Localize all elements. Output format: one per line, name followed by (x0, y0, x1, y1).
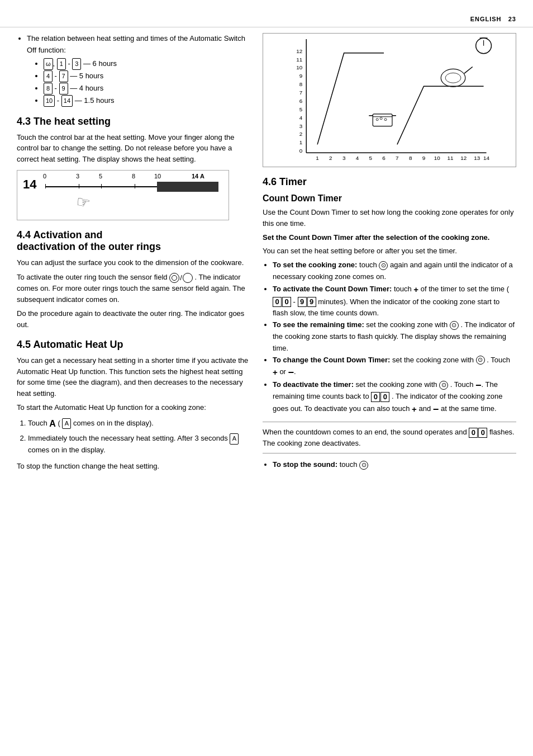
section-45-steps: Touch A ( A comes on in the display). Im… (17, 417, 251, 456)
digit-9b: 9 (307, 297, 316, 307)
bullet-5-bold: To deactivate the timer: (273, 380, 354, 389)
svg-text:14: 14 (483, 155, 490, 161)
svg-text:4: 4 (356, 155, 359, 161)
key-a-box2: A (230, 433, 239, 445)
sensor-field-icon: / (169, 272, 193, 284)
page: ENGLISH 23 The relation between heat set… (0, 0, 533, 756)
plus-icon-3: + (412, 403, 417, 416)
tick-3 (79, 184, 79, 188)
hours-item-4: 10 - 14 — 1.5 hours (44, 94, 251, 107)
page-number: 23 (508, 16, 516, 22)
digits-99: 99 (298, 297, 316, 307)
digits-00b: 00 (371, 392, 389, 402)
tick-0 (45, 184, 46, 188)
svg-text:5: 5 (299, 106, 303, 112)
plus-icon-1: + (413, 283, 418, 296)
svg-text:7: 7 (396, 155, 399, 161)
cooking-zone-icon-5: ⊙ (359, 461, 368, 470)
section-44-body2: To activate the outer ring touch the sen… (17, 272, 251, 305)
svg-text:11: 11 (448, 155, 454, 161)
scale-label-10: 10 (154, 173, 161, 179)
bullet-set-cooking-zone: To set the cooking zone: touch ⊙ again a… (273, 259, 516, 283)
key-10: 10 (44, 95, 55, 107)
svg-text:12: 12 (296, 48, 303, 54)
count-down-intro: Use the Count Down Timer to set how long… (263, 207, 516, 229)
svg-point-34 (380, 117, 382, 120)
cooking-zone-icon-4: ⊙ (439, 381, 448, 390)
left-column: The relation between heat setting and ti… (17, 33, 251, 475)
svg-point-37 (445, 73, 461, 83)
svg-point-35 (384, 119, 387, 121)
bullet-activate-countdown: To activate the Count Down Timer: touch … (273, 283, 516, 320)
scale-label-3: 3 (76, 173, 79, 179)
svg-text:9: 9 (422, 155, 426, 161)
graph-area: 0 1 2 3 4 5 6 7 8 9 10 11 12 1 2 3 (263, 33, 516, 167)
section-45-body3: To stop the function change the heat set… (17, 461, 251, 472)
svg-text:7: 7 (299, 89, 303, 96)
timer-section: Count Down Timer Use the Count Down Time… (263, 193, 516, 471)
hd-filled-block (157, 182, 218, 192)
hours-item-3: 8 - 9 — 4 hours (44, 82, 251, 94)
scale-label-5: 5 (99, 173, 102, 179)
bullet-4-bold: To change the Count Down Timer: (273, 356, 390, 364)
section-45-number: 4.5 (17, 339, 31, 350)
heat-diagram: 14 (17, 170, 229, 220)
section-44-body1: You can adjust the surface you cook to t… (17, 257, 251, 268)
svg-point-36 (441, 69, 465, 87)
svg-text:0: 0 (299, 148, 303, 154)
key-1: 1 (57, 58, 66, 70)
svg-text:3: 3 (342, 155, 346, 161)
svg-line-38 (464, 67, 473, 74)
svg-text:6: 6 (382, 155, 386, 161)
section-45-title: 4.5 Automatic Heat Up (17, 339, 251, 351)
section-44-body3: Do the procedure again to deactivate the… (17, 308, 251, 330)
count-down-title: Count Down Timer (263, 193, 516, 204)
heat-diagram-inner: 14 (23, 176, 224, 212)
cooking-zone-icon-1: ⊙ (379, 261, 388, 270)
count-down-bullets: To set the cooking zone: touch ⊙ again a… (263, 259, 516, 416)
hours-item-1: ω, 1 - 3 — 6 hours (44, 58, 251, 70)
svg-text:5: 5 (369, 155, 373, 161)
graph-svg: 0 1 2 3 4 5 6 7 8 9 10 11 12 1 2 3 (263, 34, 516, 167)
section-44-title: 4.4 Activation anddeactivation of the ou… (17, 229, 251, 253)
key-8: 8 (44, 83, 53, 94)
hours-item-2: 4 - 7 — 5 hours (44, 70, 251, 82)
step-1: Touch A ( A comes on in the display). (28, 417, 251, 431)
hd-bar: 0 3 5 8 10 14 A (45, 181, 218, 195)
hd-scale-area: 0 3 5 8 10 14 A ☞ (45, 181, 218, 195)
section-45-body1: You can get a necessary heat setting in … (17, 355, 251, 399)
svg-text:2: 2 (329, 155, 332, 161)
bullet-change-countdown: To change the Count Down Timer: set the … (273, 355, 516, 380)
scale-label-0: 0 (43, 173, 46, 179)
svg-text:4: 4 (299, 115, 303, 121)
cooking-zone-icon-2: ⊙ (450, 321, 459, 330)
svg-rect-29 (373, 114, 392, 126)
key-3: 3 (72, 58, 81, 70)
key-14: 14 (61, 95, 73, 107)
minus-icon-1: − (288, 367, 294, 377)
svg-text:8: 8 (299, 81, 303, 87)
plus-icon-2: + (273, 366, 278, 379)
svg-text:9: 9 (299, 73, 303, 79)
svg-text:13: 13 (474, 155, 480, 161)
bullet-stop-sound: To stop the sound: touch ⊙ (273, 459, 516, 471)
section-46-title: 4.6 Timer (263, 176, 516, 188)
digit-0f: 0 (478, 428, 487, 438)
key-a-box: A (62, 418, 71, 429)
section-43-body: Touch the control bar at the heat settin… (17, 132, 251, 165)
svg-text:11: 11 (296, 56, 303, 63)
scale-label-14a: 14 A (192, 173, 204, 179)
digits-00c: 00 (469, 428, 487, 438)
svg-text:6: 6 (299, 98, 303, 104)
bullet-deactivate-timer: To deactivate the timer: set the cooking… (273, 379, 516, 416)
finger-icon: ☞ (74, 192, 91, 213)
section-46-number: 4.6 (263, 176, 277, 187)
hd-display-number: 14 (23, 177, 36, 192)
bullet-see-remaining: To see the remaining time: set the cooki… (273, 319, 516, 354)
scale-label-8: 8 (132, 173, 135, 179)
tick-5 (101, 184, 102, 188)
digits-00: 00 (273, 297, 291, 307)
main-content: The relation between heat setting and ti… (0, 33, 533, 475)
svg-text:12: 12 (460, 155, 467, 161)
bottom-note: When the countdown comes to an end, the … (263, 422, 516, 453)
